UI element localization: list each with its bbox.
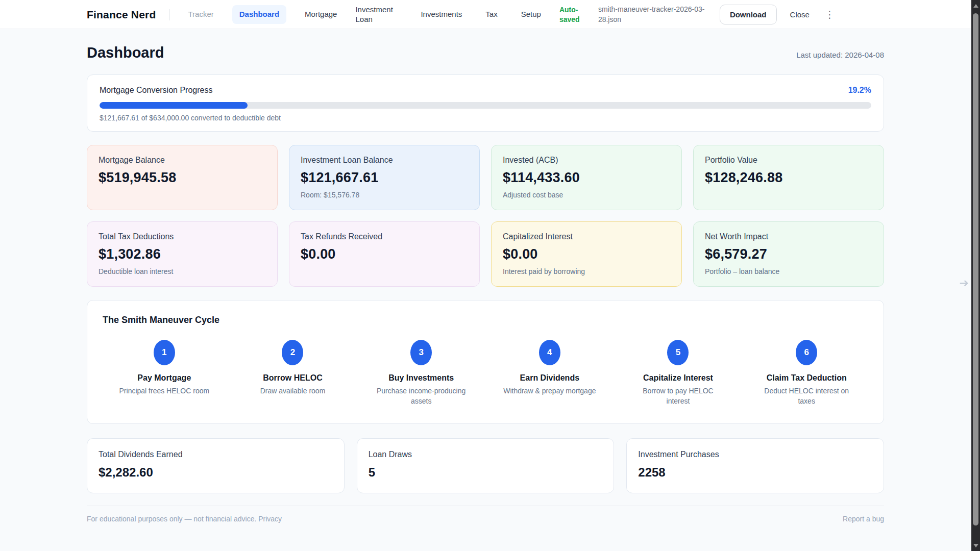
stat-value: $1,302.86 [99, 246, 266, 262]
stat-subtext: Deductible loan interest [99, 267, 266, 276]
tab-investments[interactable]: Investments [415, 6, 467, 23]
stat-card-capitalized-interest: Capitalized Interest $0.00 Interest paid… [491, 221, 682, 287]
stat-subtext: Adjusted cost base [503, 191, 670, 199]
page-footer: For educational purposes only — not fina… [87, 506, 884, 533]
close-button[interactable]: Close [790, 10, 810, 19]
cycle-step-buy-investments: 3 Buy Investments Purchase income-produc… [359, 340, 483, 406]
download-button[interactable]: Download [720, 5, 777, 24]
progress-bar-track [100, 102, 871, 109]
step-number-badge: 4 [539, 340, 560, 365]
mortgage-conversion-progress-card: Mortgage Conversion Progress 19.2% $121,… [87, 74, 884, 132]
progress-subtitle: $121,667.61 of $634,000.00 converted to … [100, 114, 871, 122]
stat-subtext: Room: $15,576.78 [301, 191, 468, 199]
step-description: Borrow to pay HELOC interest [631, 386, 725, 406]
stat-card-net-worth-impact: Net Worth Impact $6,579.27 Portfolio – l… [693, 221, 884, 287]
stat-value: $6,579.27 [705, 246, 872, 262]
scrollbar-up-arrow-icon[interactable] [973, 4, 978, 8]
step-description: Draw available room [260, 386, 326, 396]
summary-label: Loan Draws [369, 450, 603, 459]
cycle-step-earn-dividends: 4 Earn Dividends Withdraw & prepay mortg… [488, 340, 611, 406]
summary-label: Total Dividends Earned [99, 450, 333, 459]
cycle-step-pay-mortgage: 1 Pay Mortgage Principal frees HELOC roo… [103, 340, 226, 406]
summary-card-grid: Total Dividends Earned $2,282.60 Loan Dr… [87, 438, 884, 493]
stat-label: Tax Refunds Received [301, 232, 468, 241]
step-number-badge: 3 [410, 340, 432, 365]
step-description: Deduct HELOC interest on taxes [760, 386, 854, 406]
footer-disclaimer: For educational purposes only — not fina… [87, 515, 282, 523]
app-header: Finance Nerd Tracker Dashboard Mortgage … [0, 0, 980, 29]
summary-value: 5 [369, 465, 603, 480]
cycle-step-borrow-heloc: 2 Borrow HELOC Draw available room [231, 340, 355, 406]
stat-label: Investment Loan Balance [301, 156, 468, 165]
scrollbar-thumb[interactable] [973, 13, 978, 525]
progress-fill [100, 102, 248, 109]
step-number-badge: 1 [154, 340, 175, 365]
stat-label: Total Tax Deductions [99, 232, 266, 241]
tab-investment-loan[interactable]: Investment Loan [355, 4, 402, 26]
stat-value: $0.00 [503, 246, 670, 262]
summary-card-investment-purchases: Investment Purchases 2258 [626, 438, 884, 493]
stat-value: $114,433.60 [503, 170, 670, 186]
stat-label: Capitalized Interest [503, 232, 670, 241]
stat-label: Mortgage Balance [99, 156, 266, 165]
page-title: Dashboard [87, 44, 164, 61]
stat-value: $519,945.58 [99, 170, 266, 186]
stat-value: $121,667.61 [301, 170, 468, 186]
stat-label: Net Worth Impact [705, 232, 872, 241]
summary-value: 2258 [638, 465, 872, 480]
stat-subtext: Interest paid by borrowing [503, 267, 670, 276]
stat-card-invested-acb: Invested (ACB) $114,433.60 Adjusted cost… [491, 145, 682, 210]
report-bug-link[interactable]: Report a bug [843, 515, 884, 523]
privacy-link[interactable]: Privacy [258, 515, 282, 523]
kebab-menu-icon[interactable]: ⋮ [823, 9, 837, 20]
last-updated-text: Last updated: 2026-04-08 [796, 51, 884, 61]
cycle-steps: 1 Pay Mortgage Principal frees HELOC roo… [103, 340, 868, 406]
summary-label: Investment Purchases [638, 450, 872, 459]
summary-value: $2,282.60 [99, 465, 333, 480]
cycle-step-claim-tax-deduction: 6 Claim Tax Deduction Deduct HELOC inter… [745, 340, 868, 406]
step-number-badge: 5 [667, 340, 689, 365]
step-title: Borrow HELOC [263, 373, 322, 383]
stat-card-total-tax-deductions: Total Tax Deductions $1,302.86 Deductibl… [87, 221, 278, 287]
stat-label: Invested (ACB) [503, 156, 670, 165]
current-filename: smith-maneuver-tracker-2026-03-28.json [598, 5, 706, 24]
scroll-right-arrow-icon: ➔ [960, 278, 969, 289]
summary-card-total-dividends: Total Dividends Earned $2,282.60 [87, 438, 345, 493]
stat-value: $128,246.88 [705, 170, 872, 186]
summary-card-loan-draws: Loan Draws 5 [357, 438, 615, 493]
stat-subtext: Portfolio – loan balance [705, 267, 872, 276]
vertical-scrollbar[interactable] [971, 0, 980, 551]
step-description: Purchase income-producing assets [374, 386, 469, 406]
main-nav: Tracker Dashboard Mortgage Investment Lo… [183, 4, 546, 26]
step-title: Capitalize Interest [643, 373, 713, 383]
scrollbar-down-arrow-icon[interactable] [973, 544, 978, 547]
progress-title: Mortgage Conversion Progress [100, 86, 212, 95]
step-number-badge: 6 [796, 340, 817, 365]
disclaimer-text: For educational purposes only — not fina… [87, 515, 256, 523]
step-title: Buy Investments [388, 373, 454, 383]
stat-card-portfolio-value: Portfolio Value $128,246.88 [693, 145, 884, 210]
brand-logo: Finance Nerd [87, 9, 156, 21]
tab-mortgage[interactable]: Mortgage [300, 6, 342, 23]
stat-card-investment-loan-balance: Investment Loan Balance $121,667.61 Room… [289, 145, 480, 210]
cycle-title: The Smith Maneuver Cycle [103, 315, 868, 325]
stat-card-grid: Mortgage Balance $519,945.58 Investment … [87, 145, 884, 287]
step-number-badge: 2 [282, 340, 303, 365]
stat-label: Portfolio Value [705, 156, 872, 165]
progress-percent: 19.2% [848, 86, 871, 95]
autosave-status-badge: Auto-saved [559, 5, 585, 24]
cycle-step-capitalize-interest: 5 Capitalize Interest Borrow to pay HELO… [617, 340, 740, 406]
step-description: Principal frees HELOC room [119, 386, 210, 396]
header-divider [169, 9, 169, 20]
tab-dashboard[interactable]: Dashboard [232, 5, 286, 24]
tab-tax[interactable]: Tax [480, 6, 502, 23]
step-description: Withdraw & prepay mortgage [503, 386, 596, 396]
dashboard-main: Dashboard Last updated: 2026-04-08 Mortg… [87, 44, 884, 533]
step-title: Pay Mortgage [137, 373, 191, 383]
stat-card-tax-refunds-received: Tax Refunds Received $0.00 [289, 221, 480, 287]
tab-setup[interactable]: Setup [516, 6, 546, 23]
stat-card-mortgage-balance: Mortgage Balance $519,945.58 [87, 145, 278, 210]
tab-tracker[interactable]: Tracker [183, 6, 218, 23]
step-title: Earn Dividends [520, 373, 579, 383]
step-title: Claim Tax Deduction [767, 373, 847, 383]
